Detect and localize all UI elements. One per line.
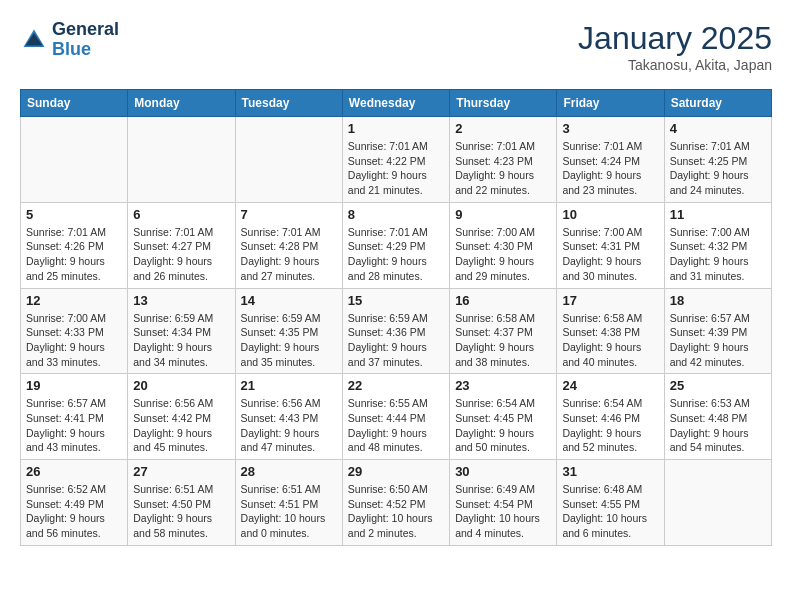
day-number: 20 (133, 378, 229, 393)
day-info: Sunrise: 6:59 AMSunset: 4:34 PMDaylight:… (133, 311, 229, 370)
day-number: 28 (241, 464, 337, 479)
calendar-week-3: 12Sunrise: 7:00 AMSunset: 4:33 PMDayligh… (21, 288, 772, 374)
weekday-header-wednesday: Wednesday (342, 90, 449, 117)
calendar-cell: 20Sunrise: 6:56 AMSunset: 4:42 PMDayligh… (128, 374, 235, 460)
day-info: Sunrise: 6:55 AMSunset: 4:44 PMDaylight:… (348, 396, 444, 455)
day-number: 22 (348, 378, 444, 393)
calendar-cell: 3Sunrise: 7:01 AMSunset: 4:24 PMDaylight… (557, 117, 664, 203)
calendar-cell (235, 117, 342, 203)
calendar-cell: 5Sunrise: 7:01 AMSunset: 4:26 PMDaylight… (21, 202, 128, 288)
calendar-cell: 7Sunrise: 7:01 AMSunset: 4:28 PMDaylight… (235, 202, 342, 288)
logo: General Blue (20, 20, 119, 60)
day-number: 10 (562, 207, 658, 222)
weekday-header-thursday: Thursday (450, 90, 557, 117)
day-info: Sunrise: 6:49 AMSunset: 4:54 PMDaylight:… (455, 482, 551, 541)
day-info: Sunrise: 6:56 AMSunset: 4:42 PMDaylight:… (133, 396, 229, 455)
day-info: Sunrise: 6:58 AMSunset: 4:37 PMDaylight:… (455, 311, 551, 370)
calendar-cell: 8Sunrise: 7:01 AMSunset: 4:29 PMDaylight… (342, 202, 449, 288)
day-number: 9 (455, 207, 551, 222)
day-number: 16 (455, 293, 551, 308)
day-info: Sunrise: 6:51 AMSunset: 4:51 PMDaylight:… (241, 482, 337, 541)
calendar-week-5: 26Sunrise: 6:52 AMSunset: 4:49 PMDayligh… (21, 460, 772, 546)
day-number: 23 (455, 378, 551, 393)
location-subtitle: Takanosu, Akita, Japan (578, 57, 772, 73)
day-info: Sunrise: 7:01 AMSunset: 4:26 PMDaylight:… (26, 225, 122, 284)
day-info: Sunrise: 7:00 AMSunset: 4:31 PMDaylight:… (562, 225, 658, 284)
day-info: Sunrise: 6:54 AMSunset: 4:46 PMDaylight:… (562, 396, 658, 455)
calendar-body: 1Sunrise: 7:01 AMSunset: 4:22 PMDaylight… (21, 117, 772, 546)
day-number: 4 (670, 121, 766, 136)
day-info: Sunrise: 7:01 AMSunset: 4:22 PMDaylight:… (348, 139, 444, 198)
day-number: 8 (348, 207, 444, 222)
calendar-cell: 15Sunrise: 6:59 AMSunset: 4:36 PMDayligh… (342, 288, 449, 374)
day-number: 21 (241, 378, 337, 393)
title-block: January 2025 Takanosu, Akita, Japan (578, 20, 772, 73)
calendar-cell: 21Sunrise: 6:56 AMSunset: 4:43 PMDayligh… (235, 374, 342, 460)
calendar-cell: 30Sunrise: 6:49 AMSunset: 4:54 PMDayligh… (450, 460, 557, 546)
day-number: 7 (241, 207, 337, 222)
calendar-cell: 23Sunrise: 6:54 AMSunset: 4:45 PMDayligh… (450, 374, 557, 460)
calendar-cell: 24Sunrise: 6:54 AMSunset: 4:46 PMDayligh… (557, 374, 664, 460)
day-number: 5 (26, 207, 122, 222)
day-number: 30 (455, 464, 551, 479)
calendar-week-4: 19Sunrise: 6:57 AMSunset: 4:41 PMDayligh… (21, 374, 772, 460)
day-info: Sunrise: 6:52 AMSunset: 4:49 PMDaylight:… (26, 482, 122, 541)
logo-line2: Blue (52, 40, 119, 60)
day-number: 14 (241, 293, 337, 308)
day-number: 19 (26, 378, 122, 393)
day-info: Sunrise: 6:53 AMSunset: 4:48 PMDaylight:… (670, 396, 766, 455)
day-number: 15 (348, 293, 444, 308)
day-info: Sunrise: 6:59 AMSunset: 4:35 PMDaylight:… (241, 311, 337, 370)
day-info: Sunrise: 6:59 AMSunset: 4:36 PMDaylight:… (348, 311, 444, 370)
weekday-header-sunday: Sunday (21, 90, 128, 117)
day-info: Sunrise: 6:57 AMSunset: 4:39 PMDaylight:… (670, 311, 766, 370)
day-number: 12 (26, 293, 122, 308)
calendar-cell: 26Sunrise: 6:52 AMSunset: 4:49 PMDayligh… (21, 460, 128, 546)
day-info: Sunrise: 7:00 AMSunset: 4:30 PMDaylight:… (455, 225, 551, 284)
calendar-cell: 12Sunrise: 7:00 AMSunset: 4:33 PMDayligh… (21, 288, 128, 374)
day-number: 3 (562, 121, 658, 136)
calendar-cell (128, 117, 235, 203)
calendar-cell: 18Sunrise: 6:57 AMSunset: 4:39 PMDayligh… (664, 288, 771, 374)
weekday-header-friday: Friday (557, 90, 664, 117)
calendar-cell: 22Sunrise: 6:55 AMSunset: 4:44 PMDayligh… (342, 374, 449, 460)
calendar-cell: 4Sunrise: 7:01 AMSunset: 4:25 PMDaylight… (664, 117, 771, 203)
day-number: 6 (133, 207, 229, 222)
day-number: 26 (26, 464, 122, 479)
day-info: Sunrise: 7:00 AMSunset: 4:33 PMDaylight:… (26, 311, 122, 370)
page-header: General Blue January 2025 Takanosu, Akit… (20, 20, 772, 73)
day-number: 1 (348, 121, 444, 136)
calendar-cell: 28Sunrise: 6:51 AMSunset: 4:51 PMDayligh… (235, 460, 342, 546)
day-info: Sunrise: 7:01 AMSunset: 4:23 PMDaylight:… (455, 139, 551, 198)
weekday-header-monday: Monday (128, 90, 235, 117)
calendar-cell: 14Sunrise: 6:59 AMSunset: 4:35 PMDayligh… (235, 288, 342, 374)
day-info: Sunrise: 7:01 AMSunset: 4:29 PMDaylight:… (348, 225, 444, 284)
calendar-cell (664, 460, 771, 546)
calendar-week-2: 5Sunrise: 7:01 AMSunset: 4:26 PMDaylight… (21, 202, 772, 288)
calendar-cell: 31Sunrise: 6:48 AMSunset: 4:55 PMDayligh… (557, 460, 664, 546)
day-info: Sunrise: 6:48 AMSunset: 4:55 PMDaylight:… (562, 482, 658, 541)
calendar-week-1: 1Sunrise: 7:01 AMSunset: 4:22 PMDaylight… (21, 117, 772, 203)
day-number: 17 (562, 293, 658, 308)
day-info: Sunrise: 6:57 AMSunset: 4:41 PMDaylight:… (26, 396, 122, 455)
calendar-header: SundayMondayTuesdayWednesdayThursdayFrid… (21, 90, 772, 117)
weekday-header-saturday: Saturday (664, 90, 771, 117)
logo-icon (20, 26, 48, 54)
day-info: Sunrise: 6:51 AMSunset: 4:50 PMDaylight:… (133, 482, 229, 541)
day-info: Sunrise: 6:50 AMSunset: 4:52 PMDaylight:… (348, 482, 444, 541)
calendar-cell: 13Sunrise: 6:59 AMSunset: 4:34 PMDayligh… (128, 288, 235, 374)
month-title: January 2025 (578, 20, 772, 57)
day-info: Sunrise: 7:01 AMSunset: 4:25 PMDaylight:… (670, 139, 766, 198)
calendar-cell: 16Sunrise: 6:58 AMSunset: 4:37 PMDayligh… (450, 288, 557, 374)
day-number: 24 (562, 378, 658, 393)
calendar-table: SundayMondayTuesdayWednesdayThursdayFrid… (20, 89, 772, 546)
calendar-cell: 11Sunrise: 7:00 AMSunset: 4:32 PMDayligh… (664, 202, 771, 288)
calendar-cell (21, 117, 128, 203)
weekday-header-row: SundayMondayTuesdayWednesdayThursdayFrid… (21, 90, 772, 117)
calendar-cell: 9Sunrise: 7:00 AMSunset: 4:30 PMDaylight… (450, 202, 557, 288)
day-number: 31 (562, 464, 658, 479)
day-info: Sunrise: 6:56 AMSunset: 4:43 PMDaylight:… (241, 396, 337, 455)
day-number: 25 (670, 378, 766, 393)
day-info: Sunrise: 7:01 AMSunset: 4:27 PMDaylight:… (133, 225, 229, 284)
day-number: 29 (348, 464, 444, 479)
